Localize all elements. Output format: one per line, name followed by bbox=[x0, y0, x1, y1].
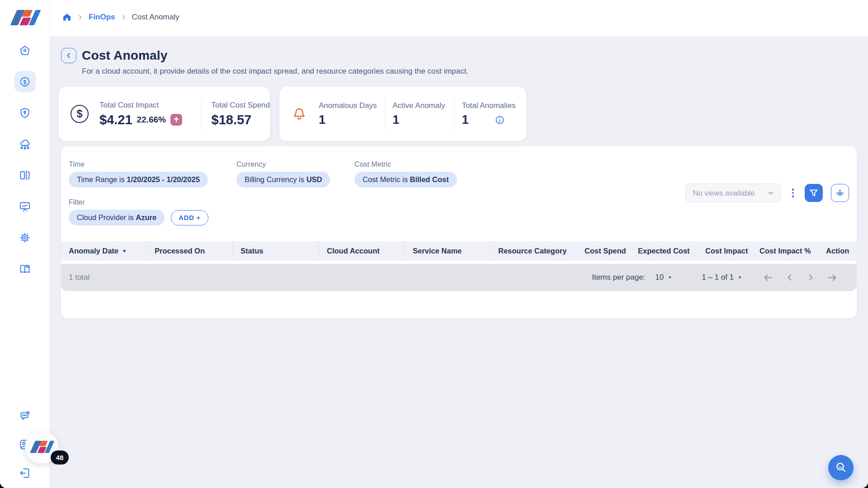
sidebar-item-billing[interactable] bbox=[14, 164, 36, 186]
column-header-service-name[interactable]: Service Name bbox=[405, 241, 491, 261]
first-page-button[interactable] bbox=[762, 271, 775, 284]
home-icon[interactable] bbox=[62, 12, 72, 22]
column-header-expected-cost[interactable]: Expected Cost bbox=[630, 241, 698, 261]
views-dropdown-value: No views available bbox=[693, 189, 755, 197]
cost-impact-percent: 22.66% bbox=[137, 115, 166, 125]
cost-metric-label: Cost Metric bbox=[354, 160, 457, 169]
time-chip-value: 1/20/2025 - 1/20/2025 bbox=[127, 175, 199, 183]
chevron-left-icon bbox=[785, 272, 795, 282]
chevron-left-icon bbox=[65, 52, 72, 59]
column-header-resource-category[interactable]: Resource Category bbox=[491, 241, 577, 261]
page-title: Cost Anomaly bbox=[82, 48, 168, 63]
currency-chip[interactable]: Billing Currency is USD bbox=[236, 172, 330, 188]
column-header-cloud-account[interactable]: Cloud Account bbox=[319, 241, 405, 261]
open-book-icon bbox=[19, 263, 31, 275]
gear-icon bbox=[19, 232, 31, 244]
column-header-processed-on[interactable]: Processed On bbox=[147, 241, 233, 261]
presentation-chart-icon bbox=[19, 201, 31, 212]
chat-bubble-icon bbox=[19, 410, 31, 422]
previous-page-button[interactable] bbox=[784, 272, 796, 283]
total-cost-impact-label: Total Cost Impact bbox=[99, 101, 191, 110]
brand-logo[interactable] bbox=[0, 9, 50, 26]
anomaly-stat-card: Anomalous Days 1 Active Anomaly 1 Total … bbox=[279, 87, 526, 141]
table-footer: 1 total Items per page: 10▼ 1 – 1 of 1▼ bbox=[61, 264, 857, 291]
brand-logo-icon bbox=[31, 440, 52, 454]
sidebar-item-logout[interactable] bbox=[14, 462, 36, 483]
divider bbox=[201, 97, 202, 131]
chevron-down-icon bbox=[767, 189, 774, 197]
column-header-cost-impact[interactable]: Cost Impact bbox=[698, 241, 752, 261]
info-icon[interactable] bbox=[495, 115, 505, 125]
home-icon bbox=[19, 45, 31, 56]
total-anomalies-value: 1 bbox=[462, 113, 469, 127]
column-header-anomaly-date[interactable]: Anomaly Date▼ bbox=[61, 241, 147, 261]
main-content: Cost Anomaly For a cloud account, it pro… bbox=[50, 36, 868, 488]
currency-label: Currency bbox=[236, 160, 330, 169]
shield-key-icon bbox=[19, 107, 31, 119]
download-icon bbox=[835, 188, 845, 198]
caret-down-icon: ▼ bbox=[738, 275, 742, 280]
page-header: Cost Anomaly For a cloud account, it pro… bbox=[50, 36, 868, 76]
currency-chip-value: USD bbox=[307, 175, 322, 183]
breadcrumb: FinOps Cost Anomaly bbox=[50, 0, 868, 22]
brand-logo-icon bbox=[12, 9, 38, 26]
column-header-cost-spend[interactable]: Cost Spend bbox=[577, 241, 630, 261]
time-filter-group: Time Time Range is 1/20/2025 - 1/20/2025 bbox=[69, 160, 208, 188]
anomalous-days-value: 1 bbox=[319, 113, 377, 127]
filter-button[interactable] bbox=[805, 184, 823, 202]
search-icon bbox=[834, 461, 848, 474]
chevron-right-icon bbox=[77, 14, 84, 21]
cost-metric-chip[interactable]: Cost Metric is Billed Cost bbox=[354, 172, 457, 188]
cost-metric-chip-value: Billed Cost bbox=[410, 175, 449, 183]
more-options-icon[interactable] bbox=[789, 187, 797, 199]
currency-filter-group: Currency Billing Currency is USD bbox=[236, 160, 330, 188]
logout-icon bbox=[19, 467, 31, 479]
sidebar-item-settings[interactable] bbox=[14, 227, 36, 248]
add-filter-button[interactable]: ADD + bbox=[171, 210, 208, 225]
page-range-dropdown[interactable]: 1 – 1 of 1▼ bbox=[702, 273, 742, 282]
cost-metric-filter-group: Cost Metric Cost Metric is Billed Cost bbox=[354, 160, 457, 188]
sidebar-item-home[interactable] bbox=[14, 40, 36, 61]
total-anomalies-label: Total Anomalies bbox=[462, 101, 526, 110]
time-range-chip[interactable]: Time Range is 1/20/2025 - 1/20/2025 bbox=[69, 172, 208, 188]
column-header-cost-impact-pct[interactable]: Cost Impact % bbox=[752, 241, 818, 261]
filter-label: Filter bbox=[69, 198, 208, 206]
breadcrumb-finops-link[interactable]: FinOps bbox=[89, 13, 115, 22]
next-page-button[interactable] bbox=[805, 272, 816, 283]
total-cost-spend-label: Total Cost Spend bbox=[212, 101, 270, 110]
search-fab-button[interactable] bbox=[828, 455, 854, 480]
dollar-circle-icon: $ bbox=[70, 104, 90, 124]
views-dropdown[interactable]: No views available bbox=[685, 183, 781, 202]
cost-stat-card: $ Total Cost Impact $4.21 22.66% Total C… bbox=[59, 87, 270, 141]
items-per-page-label: Items per page: bbox=[592, 273, 645, 282]
divider bbox=[385, 98, 385, 130]
breadcrumb-current: Cost Anomaly bbox=[132, 13, 179, 22]
anomaly-table: Anomaly Date▼ Processed On Status Cloud … bbox=[61, 241, 857, 291]
back-button[interactable] bbox=[61, 48, 76, 63]
sidebar-item-finops[interactable]: $ bbox=[14, 71, 36, 92]
sidebar-item-reports[interactable] bbox=[14, 196, 36, 217]
arrow-left-icon bbox=[763, 272, 774, 283]
sidebar: $ bbox=[0, 0, 50, 488]
chevron-right-icon bbox=[120, 14, 127, 21]
column-header-action: Action bbox=[818, 241, 857, 261]
cloud-provider-chip[interactable]: Cloud Provider is Azure bbox=[69, 210, 165, 225]
view-controls: No views available bbox=[685, 183, 849, 202]
active-anomaly-label: Active Anomaly bbox=[392, 101, 446, 110]
sidebar-item-feedback[interactable] bbox=[14, 405, 36, 427]
sort-desc-icon: ▼ bbox=[122, 249, 127, 253]
sidebar-item-docs[interactable] bbox=[14, 258, 36, 279]
total-cost-impact-block: Total Cost Impact $4.21 22.66% bbox=[99, 101, 191, 127]
topbar: FinOps Cost Anomaly bbox=[50, 0, 868, 36]
pagination-controls: Items per page: 10▼ 1 – 1 of 1▼ bbox=[592, 271, 839, 284]
download-button[interactable] bbox=[831, 184, 849, 202]
funnel-icon bbox=[809, 188, 819, 198]
trend-up-icon bbox=[170, 114, 182, 126]
active-anomaly-block: Active Anomaly 1 bbox=[392, 101, 446, 127]
split-panel-icon bbox=[19, 169, 31, 181]
last-page-button[interactable] bbox=[826, 271, 839, 284]
sidebar-item-cloud[interactable] bbox=[14, 133, 36, 155]
sidebar-item-security[interactable] bbox=[14, 102, 36, 123]
column-header-status[interactable]: Status bbox=[233, 241, 319, 261]
items-per-page-dropdown[interactable]: 10▼ bbox=[655, 273, 672, 282]
